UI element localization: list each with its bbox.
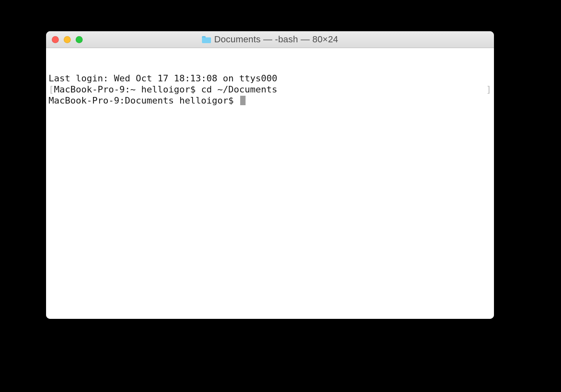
folder-icon [202, 36, 211, 43]
last-login-text: Last login: Wed Oct 17 18:13:08 on ttys0… [49, 73, 277, 83]
window-title: Documents — -bash — 80×24 [214, 34, 338, 45]
shell-prompt: MacBook-Pro-9:~ helloigor$ [54, 84, 201, 95]
title-bar[interactable]: Documents — -bash — 80×24 [46, 31, 494, 48]
bracket-left: [ [49, 84, 54, 95]
terminal-body[interactable]: Last login: Wed Oct 17 18:13:08 on ttys0… [46, 48, 494, 319]
terminal-line: [MacBook-Pro-9:~ helloigor$ cd ~/Documen… [49, 84, 491, 95]
terminal-line: Last login: Wed Oct 17 18:13:08 on ttys0… [49, 73, 491, 84]
terminal-window: Documents — -bash — 80×24 Last login: We… [46, 31, 494, 319]
minimize-button[interactable] [64, 36, 71, 43]
shell-prompt: MacBook-Pro-9:Documents helloigor$ [49, 95, 239, 106]
maximize-button[interactable] [76, 36, 83, 43]
cursor [240, 96, 246, 105]
terminal-line: MacBook-Pro-9:Documents helloigor$ [49, 95, 491, 106]
close-button[interactable] [52, 36, 59, 43]
window-controls [52, 36, 83, 43]
window-title-group: Documents — -bash — 80×24 [202, 34, 338, 45]
shell-command: cd ~/Documents [201, 84, 277, 95]
bracket-right: ] [486, 84, 491, 95]
